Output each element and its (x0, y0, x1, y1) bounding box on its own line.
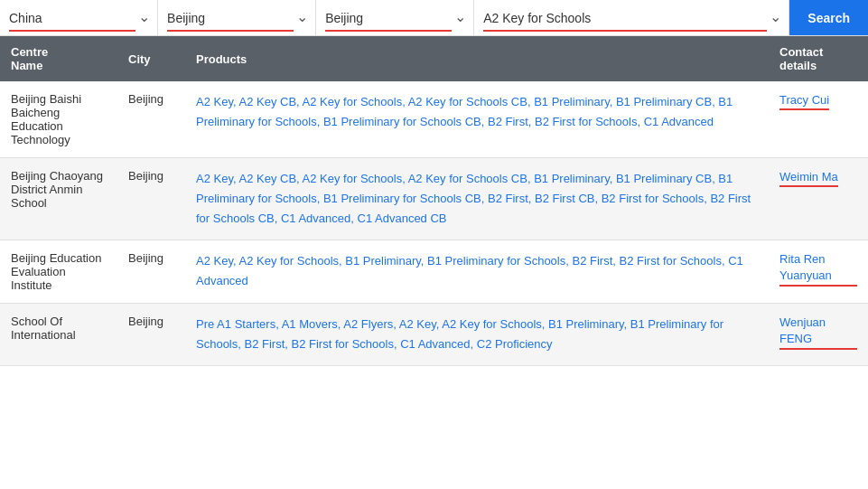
product-link[interactable]: B2 First (244, 337, 285, 351)
product-link[interactable]: B1 Preliminary CB (616, 172, 712, 185)
city-select-wrapper: Beijing (316, 0, 474, 35)
country-underline (9, 30, 135, 32)
search-button[interactable]: Search (789, 0, 868, 35)
cell-contact: Weimin Ma (769, 158, 868, 240)
cell-contact: Rita Ren Yuanyuan (769, 240, 868, 304)
product-link[interactable]: B1 Preliminary (548, 317, 624, 331)
product-link[interactable]: B2 First (488, 192, 528, 205)
product-link[interactable]: C1 Advanced (644, 115, 714, 128)
cell-city: Beijing (117, 240, 185, 304)
exam-underline (483, 30, 767, 32)
cell-city: Beijing (117, 81, 185, 158)
results-table: CentreName City Products Contactdetails … (0, 36, 868, 366)
product-link[interactable]: Pre A1 Starters (196, 317, 275, 331)
product-link[interactable]: B2 First CB (535, 192, 594, 205)
exam-select-wrapper: A2 Key for Schools (474, 0, 789, 35)
product-link[interactable]: A2 Key for Schools (238, 254, 339, 268)
product-link[interactable]: B2 First for Schools (535, 115, 637, 128)
cell-products: Pre A1 Starters, A1 Movers, A2 Flyers, A… (185, 304, 769, 366)
cell-centre-name: Beijing Baishi Baicheng Education Techno… (0, 81, 117, 158)
contact-link[interactable]: Weimin Ma (779, 169, 838, 187)
product-link[interactable]: B1 Preliminary for Schools CB (323, 192, 481, 205)
cell-centre-name: Beijing Education Evaluation Institute (0, 240, 117, 304)
product-link[interactable]: B1 Preliminary (345, 254, 421, 268)
province-underline (167, 30, 294, 32)
product-link[interactable]: A2 Key (399, 317, 436, 331)
product-link[interactable]: C2 Proficiency (477, 337, 553, 351)
header-products: Products (185, 36, 769, 81)
product-link[interactable]: B2 First (488, 115, 528, 128)
table-row: Beijing Education Evaluation InstituteBe… (0, 240, 868, 304)
product-link[interactable]: B1 Preliminary (534, 95, 610, 108)
product-link[interactable]: A2 Key (196, 95, 233, 108)
product-link[interactable]: B2 First for Schools (620, 254, 722, 268)
product-link[interactable]: A2 Key for Schools CB (408, 172, 527, 185)
product-link[interactable]: B1 Preliminary (534, 172, 610, 185)
product-link[interactable]: A2 Key CB (238, 172, 296, 185)
product-link[interactable]: B1 Preliminary for Schools CB (323, 115, 481, 128)
cell-products: A2 Key, A2 Key for Schools, B1 Prelimina… (185, 240, 769, 304)
country-select-wrapper: China (0, 0, 158, 35)
header-centre-name: CentreName (0, 36, 117, 81)
product-link[interactable]: A2 Key (196, 172, 233, 185)
product-link[interactable]: A2 Key for Schools (303, 172, 403, 185)
table-header-row: CentreName City Products Contactdetails (0, 36, 868, 81)
product-link[interactable]: B1 Preliminary CB (616, 95, 712, 108)
cell-products: A2 Key, A2 Key CB, A2 Key for Schools, A… (185, 81, 769, 158)
city-underline (325, 30, 452, 32)
table-row: Beijing Baishi Baicheng Education Techno… (0, 81, 868, 158)
contact-link[interactable]: Rita Ren Yuanyuan (779, 251, 857, 286)
product-link[interactable]: C1 Advanced CB (358, 212, 447, 225)
product-link[interactable]: A2 Key CB (238, 95, 296, 108)
product-link[interactable]: A2 Key (196, 254, 233, 268)
product-link[interactable]: A2 Flyers (343, 317, 393, 331)
header-contact: Contactdetails (769, 36, 868, 81)
cell-city: Beijing (117, 304, 185, 366)
product-link[interactable]: A2 Key for Schools CB (408, 95, 527, 108)
product-link[interactable]: B2 First for Schools (602, 192, 704, 205)
contact-link[interactable]: Wenjuan FENG (779, 315, 857, 349)
province-select-wrapper: Beijing (158, 0, 316, 35)
cell-contact: Wenjuan FENG (769, 304, 868, 366)
product-link[interactable]: A2 Key for Schools (442, 317, 542, 331)
product-link[interactable]: C1 Advanced (281, 212, 350, 225)
filter-bar: China Beijing Beijing A2 Key for Schools… (0, 0, 868, 36)
product-link[interactable]: C1 Advanced (400, 337, 470, 351)
table-row: School Of InternationalBeijingPre A1 Sta… (0, 304, 868, 366)
cell-centre-name: School Of International (0, 304, 117, 366)
contact-link[interactable]: Tracy Cui (779, 92, 829, 110)
cell-city: Beijing (117, 158, 185, 240)
header-city: City (117, 36, 185, 81)
cell-products: A2 Key, A2 Key CB, A2 Key for Schools, A… (185, 158, 769, 240)
product-link[interactable]: B2 First for Schools (292, 337, 394, 351)
product-link[interactable]: B1 Preliminary for Schools (427, 254, 565, 268)
product-link[interactable]: A2 Key for Schools (303, 95, 403, 108)
table-row: Beijing Chaoyang District Anmin SchoolBe… (0, 158, 868, 240)
cell-contact: Tracy Cui (769, 81, 868, 158)
product-link[interactable]: A1 Movers (282, 317, 338, 331)
cell-centre-name: Beijing Chaoyang District Anmin School (0, 158, 117, 240)
product-link[interactable]: B2 First (572, 254, 612, 268)
